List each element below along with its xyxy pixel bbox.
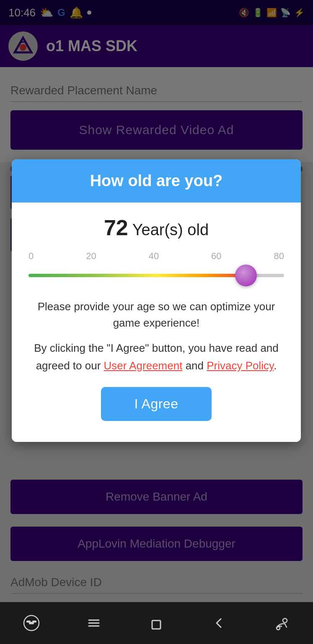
svg-point-11 xyxy=(277,626,280,630)
dialog-title: How old are you? xyxy=(90,172,223,190)
slider-label-20: 20 xyxy=(86,251,96,262)
age-slider-container: 0 20 40 60 80 xyxy=(28,251,284,286)
agree-button[interactable]: I Agree xyxy=(101,387,212,421)
svg-rect-4 xyxy=(26,621,31,623)
agreement-mid: and xyxy=(182,359,207,372)
age-unit: Year(s) old xyxy=(132,221,209,239)
slider-labels: 0 20 40 60 80 xyxy=(28,251,284,262)
slider-label-40: 40 xyxy=(149,251,159,262)
svg-point-10 xyxy=(283,618,287,623)
agreement-text: By clicking the "I Agree" button, you ha… xyxy=(28,340,284,374)
slider-track-wrapper[interactable] xyxy=(28,265,284,286)
dialog-header: How old are you? xyxy=(12,159,301,203)
back-icon[interactable] xyxy=(207,610,232,636)
slider-label-60: 60 xyxy=(211,251,221,262)
age-value: 72 xyxy=(104,216,128,240)
description-text: Please provide your age so we can optimi… xyxy=(28,299,284,331)
agreement-post: . xyxy=(274,359,277,372)
dialog-body: 72 Year(s) old 0 20 40 60 80 Please prov… xyxy=(12,203,301,442)
accessibility-icon[interactable] xyxy=(269,610,294,636)
slider-label-0: 0 xyxy=(28,251,34,262)
home-icon[interactable] xyxy=(144,610,169,636)
nav-bar xyxy=(0,602,313,644)
slider-thumb[interactable] xyxy=(235,265,257,286)
age-display: 72 Year(s) old xyxy=(28,215,284,240)
svg-rect-9 xyxy=(152,621,160,629)
gamepad-icon[interactable] xyxy=(19,610,44,636)
svg-rect-5 xyxy=(32,621,36,623)
privacy-policy-link[interactable]: Privacy Policy xyxy=(207,359,274,372)
menu-icon[interactable] xyxy=(81,610,106,636)
user-agreement-link[interactable]: User Agreement xyxy=(104,359,183,372)
slider-label-80: 80 xyxy=(274,251,284,262)
age-dialog: How old are you? 72 Year(s) old 0 20 40 … xyxy=(12,159,301,442)
